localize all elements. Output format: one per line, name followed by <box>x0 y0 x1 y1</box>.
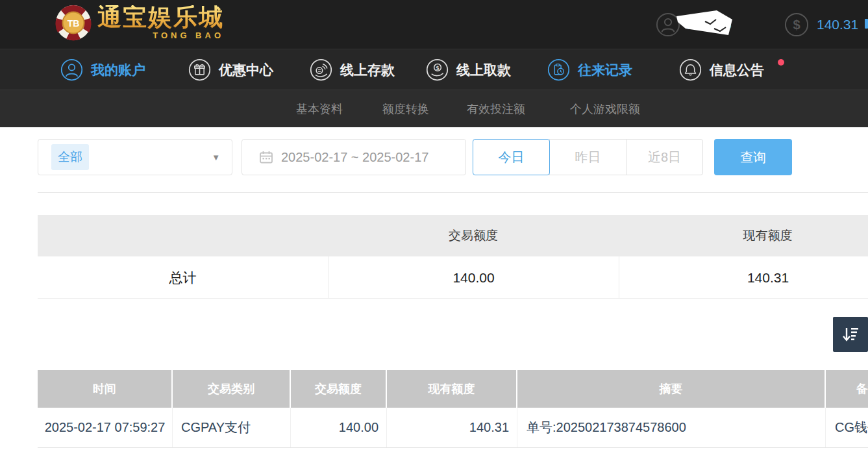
type-selected-tag: 全部 <box>51 144 89 170</box>
nav-item-deposit[interactable]: 线上存款 <box>310 49 395 90</box>
record-summary: 单号:202502173874578600 <box>517 408 826 447</box>
summary-header-current-amount: 现有额度 <box>619 227 868 244</box>
poker-chip-icon: TB <box>55 4 92 42</box>
nav-item-withdraw[interactable]: $ 线上取款 <box>426 49 511 90</box>
nav-label: 优惠中心 <box>219 61 273 79</box>
top-header: TB 通宝娱乐城 TONG BAO hx7925 $ <box>0 0 868 49</box>
records-icon <box>547 58 570 81</box>
withdraw-icon: $ <box>426 58 449 81</box>
username: hx7925 <box>687 17 732 32</box>
svg-text:$: $ <box>436 65 440 71</box>
page: TB 通宝娱乐城 TONG BAO hx7925 $ <box>0 0 868 459</box>
nav-label: 线上取款 <box>456 61 511 79</box>
records-header-current-amount: 现有额度 <box>387 370 517 408</box>
subnav-item-credit-transfer[interactable]: 额度转换 <box>382 90 429 128</box>
nav-item-my-account[interactable]: 我的账户 <box>60 49 145 90</box>
records-header-remark: 备注 <box>826 370 868 408</box>
balance-clipped-text <box>865 19 868 29</box>
quick-range-today[interactable]: 今日 <box>473 139 550 175</box>
sort-button[interactable] <box>833 317 868 352</box>
nav-item-announcements[interactable]: 信息公告 <box>679 49 764 90</box>
nav-label: 往来记录 <box>578 61 632 79</box>
sort-descending-icon <box>841 325 860 344</box>
summary-total-row: 总计 140.00 140.31 <box>38 256 868 299</box>
table-row: 2025-02-17 07:59:27 CGPAY支付 140.00 140.3… <box>38 408 868 448</box>
balance-value: 140.31 <box>817 17 858 32</box>
sub-nav: 基本资料 额度转换 有效投注额 个人游戏限额 <box>0 90 868 127</box>
bell-icon <box>679 58 702 81</box>
subnav-item-game-limits[interactable]: 个人游戏限额 <box>570 90 640 128</box>
records-header-type: 交易类别 <box>173 370 291 408</box>
nav-label: 线上存款 <box>340 61 395 79</box>
nav-label: 信息公告 <box>710 61 764 79</box>
nav-label: 我的账户 <box>91 61 145 79</box>
record-current-amount: 140.31 <box>387 408 517 447</box>
records-table: 时间 交易类别 交易额度 现有额度 摘要 备注 2025-02-17 07:59… <box>38 370 868 448</box>
quick-range-yesterday[interactable]: 昨日 <box>549 139 626 175</box>
subnav-item-valid-bets[interactable]: 有效投注额 <box>467 90 525 128</box>
user-circle-icon <box>656 12 680 37</box>
records-header-row: 时间 交易类别 交易额度 现有额度 摘要 备注 <box>38 370 868 408</box>
summary-header-row: 交易额度 现有额度 <box>38 215 868 256</box>
calendar-icon <box>259 150 273 164</box>
record-remark: CG钱包 <box>826 408 868 447</box>
quick-range-last8days[interactable]: 近8日 <box>626 139 703 175</box>
chevron-down-icon: ▼ <box>212 153 220 162</box>
notification-dot <box>778 59 784 66</box>
nav-item-promotions[interactable]: 优惠中心 <box>188 49 273 90</box>
deposit-icon <box>310 58 332 81</box>
dollar-circle-icon: $ <box>784 12 809 37</box>
main-nav: 我的账户 优惠中心 线上存款 <box>0 49 868 90</box>
date-range-value: 2025-02-17 ~ 2025-02-17 <box>281 150 428 165</box>
brand-name-cn: 通宝娱乐城 <box>97 5 224 29</box>
records-header-time: 时间 <box>38 370 173 408</box>
date-range-input[interactable]: 2025-02-17 ~ 2025-02-17 <box>242 139 466 175</box>
type-select[interactable]: 全部 ▼ <box>38 139 232 175</box>
user-circle-icon <box>60 58 83 81</box>
nav-item-transaction-records[interactable]: 往来记录 <box>547 49 632 90</box>
brand-name: 通宝娱乐城 TONG BAO <box>97 5 224 40</box>
divider <box>38 192 868 193</box>
chip-text: TB <box>68 18 80 29</box>
records-header-trade-amount: 交易额度 <box>291 370 387 408</box>
brand-name-en: TONG BAO <box>153 31 224 40</box>
subnav-item-basic-info[interactable]: 基本资料 <box>296 90 343 128</box>
summary-total-label: 总计 <box>38 256 328 299</box>
record-type: CGPAY支付 <box>173 408 291 447</box>
record-time: 2025-02-17 07:59:27 <box>38 408 173 447</box>
summary-table: 交易额度 现有额度 总计 140.00 140.31 <box>38 215 868 299</box>
brand-logo[interactable]: TB 通宝娱乐城 TONG BAO <box>55 4 224 42</box>
query-button[interactable]: 查询 <box>714 139 792 175</box>
summary-header-trade-amount: 交易额度 <box>328 227 619 244</box>
record-trade-amount: 140.00 <box>291 408 387 447</box>
records-header-summary: 摘要 <box>517 370 826 408</box>
balance[interactable]: $ 140.31 <box>784 0 858 49</box>
quick-range-group: 今日 昨日 近8日 <box>473 139 703 175</box>
user-account[interactable]: hx7925 <box>656 0 732 49</box>
summary-trade-amount: 140.00 <box>328 256 619 299</box>
gift-icon <box>188 58 211 81</box>
summary-current-amount: 140.31 <box>619 256 868 299</box>
svg-text:$: $ <box>793 18 800 32</box>
